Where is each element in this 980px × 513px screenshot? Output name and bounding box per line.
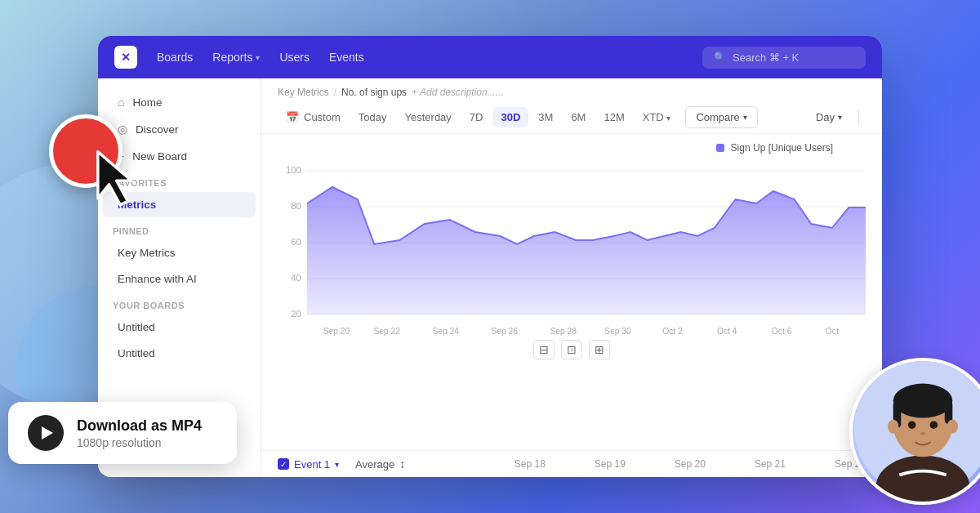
discover-icon: ◎ xyxy=(118,123,127,136)
sidebar-item-untitled-2[interactable]: Untitled xyxy=(103,341,256,366)
time-filter-bar: 📅 Custom Today Yesterday 7D 30D 3M 6M 12… xyxy=(261,101,882,134)
svg-text:Oct: Oct xyxy=(826,327,839,336)
svg-text:Oct 2: Oct 2 xyxy=(662,327,683,336)
avatar-illustration xyxy=(853,358,980,502)
time-btn-30d[interactable]: 30D xyxy=(492,107,528,127)
nav-boards[interactable]: Boards xyxy=(157,51,193,64)
event-dropdown-arrow: ▾ xyxy=(335,460,339,469)
your-boards-section-label: Your Boards xyxy=(98,292,261,314)
avatar xyxy=(849,358,980,505)
bottom-bar: ✓ Event 1 ▾ Average ↕ Sep 18 Sep 19 Sep … xyxy=(261,450,882,477)
sidebar-label-discover: Discover xyxy=(136,123,179,136)
svg-text:Oct 6: Oct 6 xyxy=(772,327,792,336)
svg-text:Sep 24: Sep 24 xyxy=(432,327,459,336)
svg-text:20: 20 xyxy=(291,309,301,319)
sidebar-label-untitled-1: Untitled xyxy=(118,321,155,333)
favorites-section-label: Favorites xyxy=(98,170,261,191)
view-icon-list[interactable]: ⊞ xyxy=(589,340,610,359)
event-label: Event 1 xyxy=(294,458,330,471)
sidebar-item-key-metrics[interactable]: Key Metrics xyxy=(103,240,256,265)
time-btn-today[interactable]: Today xyxy=(350,107,395,127)
svg-text:Sep 22: Sep 22 xyxy=(373,327,400,336)
logo-icon: ✕ xyxy=(121,51,131,64)
nav-users[interactable]: Users xyxy=(279,51,310,64)
legend-label: Sign Up [Unique Users] xyxy=(731,142,833,154)
svg-point-31 xyxy=(947,419,958,433)
breadcrumb-parent[interactable]: Key Metrics xyxy=(278,87,329,98)
search-icon: 🔍 xyxy=(714,51,726,63)
sidebar-label-new-board: New Board xyxy=(132,150,187,163)
chart-area: Sign Up [Unique Users] 100 80 60 40 20 xyxy=(261,134,882,450)
view-icon-table[interactable]: ⊟ xyxy=(533,340,555,359)
svg-text:Sep 28: Sep 28 xyxy=(550,327,577,336)
day-button[interactable]: Day ▾ xyxy=(808,107,850,127)
legend-dot xyxy=(716,144,724,152)
time-btn-12m[interactable]: 12M xyxy=(595,107,632,127)
average-button[interactable]: Average ↕ xyxy=(355,457,405,471)
pinned-section-label: Pinned xyxy=(98,218,261,239)
calendar-button[interactable]: 📅 Custom xyxy=(278,107,349,127)
calendar-icon: 📅 xyxy=(286,111,299,123)
svg-point-30 xyxy=(888,419,898,433)
time-btn-yesterday[interactable]: Yesterday xyxy=(397,107,460,127)
svg-text:Sep 30: Sep 30 xyxy=(604,327,631,336)
plus-icon: + xyxy=(118,149,124,163)
time-btn-3m[interactable]: 3M xyxy=(530,107,561,127)
sidebar-item-untitled-1[interactable]: Untitled xyxy=(103,314,256,340)
time-btn-xtd[interactable]: XTD ▾ xyxy=(635,107,679,127)
chart-svg: 100 80 60 40 20 xyxy=(278,158,866,338)
sidebar-item-home[interactable]: ⌂ Home xyxy=(103,89,256,115)
reports-dropdown-arrow: ▾ xyxy=(256,53,260,62)
sidebar-label-metrics: Metrics xyxy=(118,199,156,211)
bottom-dates: Sep 18 Sep 19 Sep 20 Sep 21 Sep 22 xyxy=(514,458,866,470)
search-bar[interactable]: 🔍 Search ⌘ + K xyxy=(702,47,866,69)
divider xyxy=(858,109,859,126)
mp4-resolution: 1080p resolution xyxy=(77,436,202,449)
svg-text:Sep 20: Sep 20 xyxy=(323,327,350,336)
event-checkbox: ✓ xyxy=(278,458,289,470)
svg-text:100: 100 xyxy=(286,165,301,175)
svg-text:60: 60 xyxy=(291,237,301,247)
sidebar-label-untitled-2: Untitled xyxy=(118,347,155,359)
day-arrow: ▾ xyxy=(838,113,842,122)
sidebar-item-new-board[interactable]: + New Board xyxy=(103,143,256,169)
breadcrumb-separator: / xyxy=(334,87,336,98)
sidebar-label-home: Home xyxy=(132,96,162,109)
sidebar-item-discover[interactable]: ◎ Discover xyxy=(103,116,256,142)
time-btn-6m[interactable]: 6M xyxy=(563,107,594,127)
view-icons-row: ⊟ ⊡ ⊞ xyxy=(278,340,866,359)
svg-text:80: 80 xyxy=(291,201,301,211)
sidebar-item-enhance-ai[interactable]: Enhance with AI xyxy=(103,266,256,292)
time-btn-7d[interactable]: 7D xyxy=(461,107,492,127)
nav-events[interactable]: Events xyxy=(329,51,364,64)
topnav: ✕ Boards Reports ▾ Users Events 🔍 Search… xyxy=(98,36,882,78)
nav-reports[interactable]: Reports ▾ xyxy=(212,51,260,64)
logo: ✕ xyxy=(114,46,137,69)
svg-point-29 xyxy=(920,432,925,435)
average-icon: ↕ xyxy=(399,457,405,471)
event-button[interactable]: ✓ Event 1 ▾ xyxy=(278,458,339,471)
sidebar-label-key-metrics: Key Metrics xyxy=(118,247,176,259)
date-sep19: Sep 19 xyxy=(595,458,626,470)
sidebar-label-enhance-ai: Enhance with AI xyxy=(118,273,197,285)
breadcrumb-add-description[interactable]: + Add description...... xyxy=(412,87,504,98)
date-sep18: Sep 18 xyxy=(514,458,546,470)
xtd-arrow: ▾ xyxy=(666,114,670,123)
compare-button[interactable]: Compare ▾ xyxy=(685,106,757,128)
date-sep20: Sep 20 xyxy=(675,458,706,470)
breadcrumb-current: No. of sign ups xyxy=(341,87,407,98)
play-button[interactable] xyxy=(28,415,64,451)
svg-text:Oct 4: Oct 4 xyxy=(717,327,737,336)
compare-arrow: ▾ xyxy=(743,113,747,122)
custom-label: Custom xyxy=(304,111,341,123)
play-triangle-icon xyxy=(42,426,53,439)
svg-point-24 xyxy=(893,384,953,418)
mp4-download-card[interactable]: Download as MP4 1080p resolution xyxy=(8,402,237,464)
sidebar-item-metrics[interactable]: Metrics xyxy=(103,192,256,217)
search-placeholder: Search ⌘ + K xyxy=(733,51,799,64)
home-icon: ⌂ xyxy=(118,96,124,109)
average-label: Average xyxy=(355,458,394,471)
svg-point-28 xyxy=(930,421,938,429)
view-icon-grid[interactable]: ⊡ xyxy=(561,340,582,359)
svg-text:Sep 26: Sep 26 xyxy=(491,327,518,336)
